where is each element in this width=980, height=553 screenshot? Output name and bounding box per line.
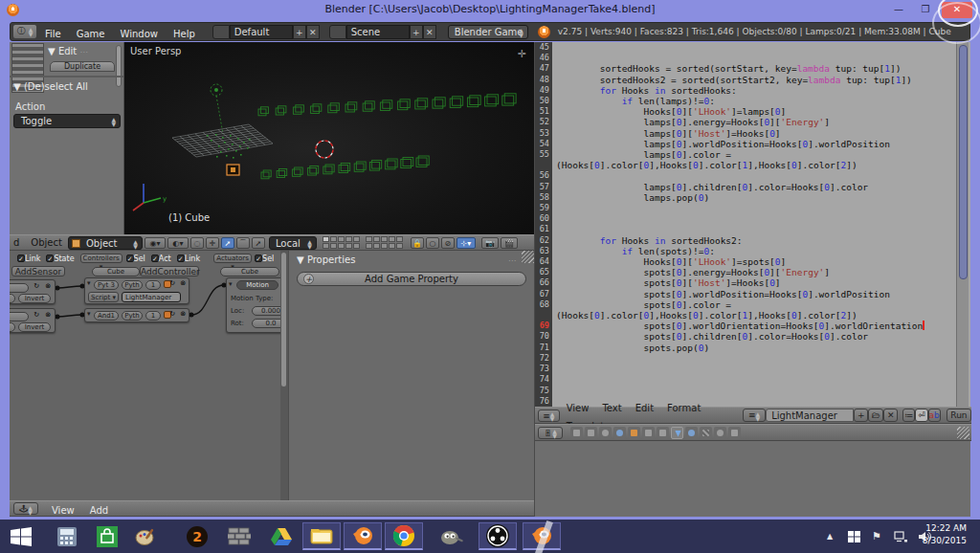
menu-help[interactable]: Help bbox=[166, 29, 203, 39]
taskbar-blender2-icon[interactable] bbox=[523, 522, 561, 550]
code-line[interactable]: 51 Hooks[0]['LHook']=lamps[0] bbox=[535, 106, 956, 117]
scene-add-button[interactable]: + bbox=[410, 25, 423, 39]
logic-canvas[interactable]: ✓Link ✓State Controllers ▾ ✓Sel ✓Act ✓Li… bbox=[10, 251, 280, 500]
sensor-invert-button[interactable]: Invert bbox=[18, 294, 51, 303]
scene-selector[interactable]: Scene + ✕ bbox=[329, 25, 436, 39]
code-line[interactable]: 54 lamps[0].worldPosition=Hooks[0].world… bbox=[535, 139, 956, 149]
scene-icon[interactable] bbox=[329, 25, 346, 39]
word-wrap-toggle[interactable]: ⏎ bbox=[915, 409, 927, 422]
edit-panel-header[interactable]: ▼ Edit ⋯ bbox=[48, 46, 115, 56]
sensor-refresh-icon[interactable]: ↻ bbox=[33, 311, 39, 319]
code-line[interactable]: 56 bbox=[535, 170, 956, 181]
logic-menu-view[interactable]: View bbox=[44, 505, 82, 516]
taskbar-blender-icon[interactable] bbox=[344, 522, 382, 550]
tray-action-center-icon[interactable]: ⚑ bbox=[867, 522, 886, 550]
script-name-field[interactable]: LightManager bbox=[122, 292, 181, 302]
editor-type-button[interactable]: 🕹▲▼ bbox=[13, 502, 38, 515]
layout-icon[interactable] bbox=[212, 25, 230, 39]
pivot-select[interactable]: ◉▾ bbox=[145, 237, 166, 249]
start-button[interactable] bbox=[2, 522, 40, 550]
taskbar-paint-icon[interactable] bbox=[126, 522, 165, 550]
controller-close-icon[interactable]: ⊗ bbox=[180, 310, 186, 318]
new-text-button[interactable]: + bbox=[854, 409, 868, 422]
add-controller-dropdown[interactable]: AddController ▾ bbox=[140, 266, 199, 276]
controller-refresh-icon[interactable]: ↻ bbox=[169, 310, 175, 318]
controller-brick-and[interactable]: ▾ And1 Pyth 1 ↻ ⊗ bbox=[84, 308, 189, 322]
manipulator-rotate-icon[interactable]: ⌒ bbox=[236, 237, 250, 249]
maximize-button[interactable]: ❐ bbox=[913, 2, 938, 18]
code-line[interactable]: 67 spots[0].worldPosition=Hooks[0].world… bbox=[535, 289, 956, 299]
collapse-icon[interactable]: ▾ bbox=[87, 310, 91, 318]
tray-network-icon[interactable] bbox=[890, 522, 911, 550]
tab-object-data-icon[interactable] bbox=[671, 427, 683, 439]
code-line[interactable]: 73 bbox=[535, 364, 956, 374]
sensor-invert-button[interactable]: Invert bbox=[18, 322, 51, 332]
code-line[interactable]: 53 lamps[0]['Host']=Hooks[0] bbox=[535, 128, 956, 139]
layout-name-field[interactable]: Default bbox=[230, 25, 293, 39]
resize-corner[interactable] bbox=[957, 427, 969, 439]
add-sensor-dropdown[interactable]: AddSensor ▾ bbox=[11, 266, 65, 276]
code-line[interactable]: 52 lamps[0].energy=Hooks[0]['Energy'] bbox=[535, 117, 956, 127]
resize-corner[interactable] bbox=[522, 251, 534, 263]
tab-render-layers-icon[interactable] bbox=[585, 427, 597, 439]
state-checkbox[interactable]: ✓ bbox=[46, 254, 54, 262]
code-line[interactable]: 47 sortedHooks = sorted(sortStart, key=l… bbox=[535, 63, 956, 74]
lock-icon[interactable]: 🔒 bbox=[411, 237, 424, 249]
link2-checkbox[interactable]: ✓ bbox=[177, 254, 185, 262]
render-anim-icon[interactable]: 🎬 bbox=[501, 237, 518, 249]
code-line[interactable]: 65 spots[0].energy=Hooks[0]['Energy'] bbox=[535, 267, 956, 277]
tray-clock[interactable]: 12:22 AM 8/30/2015 bbox=[923, 522, 967, 547]
code-line[interactable]: 55 lamps[0].color = bbox=[535, 149, 956, 160]
act-checkbox[interactable]: ✓ bbox=[151, 254, 159, 262]
code-line[interactable]: 59 bbox=[535, 203, 956, 213]
tab-physics-icon[interactable] bbox=[728, 427, 741, 439]
controller-refresh-icon[interactable]: ↻ bbox=[169, 279, 175, 287]
menu-add-partial[interactable]: d bbox=[13, 237, 19, 248]
tray-show-hidden-icon[interactable]: ▲ bbox=[821, 522, 838, 550]
screen-layout-selector[interactable]: Default + ✕ bbox=[212, 25, 320, 39]
open-text-button[interactable]: 🗁 bbox=[868, 409, 883, 422]
collapse-icon[interactable]: ▾ bbox=[87, 279, 91, 287]
logic-menu-add[interactable]: Add bbox=[82, 505, 116, 516]
manipulator-scale-icon[interactable]: ➚ bbox=[252, 237, 265, 249]
tab-scene-icon[interactable] bbox=[599, 427, 612, 439]
taskbar-chrome-icon[interactable] bbox=[385, 522, 423, 550]
code-line[interactable]: (Hooks[0].color[0],Hooks[0].color[1],Hoo… bbox=[535, 160, 956, 170]
code-line[interactable]: 70 spots[0].children[0].color=Hooks[0].c… bbox=[535, 331, 956, 342]
orientation-select[interactable]: Local▲▼ bbox=[269, 236, 317, 250]
tab-modifiers-icon[interactable] bbox=[657, 427, 669, 439]
menu-window[interactable]: Window bbox=[113, 29, 166, 39]
unlink-text-button[interactable]: ✕ bbox=[883, 409, 898, 422]
code-line[interactable]: 57 lamps[0].children[0].color=Hooks[0].c… bbox=[535, 182, 956, 192]
editor-type-button[interactable]: ⓘ ▲▼ bbox=[12, 24, 37, 39]
window-titlebar[interactable]: Blender [C:\Users\Jacob\Desktop\Lighting… bbox=[0, 0, 980, 21]
logic-scrollbar[interactable] bbox=[280, 251, 288, 500]
code-line[interactable]: (Hooks[0].color[0],Hooks[0].color[1],Hoo… bbox=[535, 310, 956, 321]
code-line[interactable]: 46 bbox=[535, 53, 956, 63]
proportional-edit-icon[interactable]: ◌ bbox=[190, 237, 204, 249]
manipulator-translate-icon[interactable]: ➚ bbox=[221, 237, 234, 249]
tab-object-icon[interactable] bbox=[628, 427, 640, 439]
code-area[interactable]: 454647 sortedHooks = sorted(sortStart, k… bbox=[535, 42, 956, 407]
snap-element-icon[interactable]: ⊹▾ bbox=[457, 237, 476, 249]
text-menu-edit[interactable]: Edit bbox=[629, 403, 660, 413]
sel2-checkbox[interactable]: ✓ bbox=[255, 254, 262, 262]
code-line[interactable]: 49 for Hooks in sortedHooks: bbox=[535, 85, 956, 96]
sensor-brick-2[interactable]: ↻ ⊗ Invert bbox=[10, 308, 56, 333]
line-numbers-toggle[interactable]: ≔ bbox=[902, 409, 915, 422]
text-menu-text[interactable]: Text bbox=[595, 403, 628, 413]
code-line[interactable]: 64 Hooks[0]['LHook']=spots[0] bbox=[535, 256, 956, 267]
sensor-close-icon[interactable]: ⊗ bbox=[45, 311, 51, 319]
text-editor[interactable]: 454647 sortedHooks = sorted(sortStart, k… bbox=[534, 42, 970, 424]
actuator-brick-motion[interactable]: ▾ Motion Motion Type: Loc: 0.000 Rot: 0.… bbox=[226, 277, 280, 333]
tab-texture-icon[interactable] bbox=[700, 427, 712, 439]
code-line[interactable]: 60 bbox=[535, 213, 956, 224]
npanel-expand-icon[interactable]: ✛ bbox=[518, 48, 526, 60]
close-button[interactable]: ✕ bbox=[942, 2, 972, 18]
text-scrollbar[interactable] bbox=[956, 42, 969, 407]
taskbar-google-drive-icon[interactable] bbox=[262, 522, 301, 550]
code-line[interactable]: 71 spots.pop(0) bbox=[535, 343, 956, 353]
menu-game[interactable]: Game bbox=[69, 29, 113, 39]
layer-grid-2[interactable] bbox=[366, 236, 403, 249]
text-icon[interactable]: ≡▲▼ bbox=[743, 409, 766, 422]
